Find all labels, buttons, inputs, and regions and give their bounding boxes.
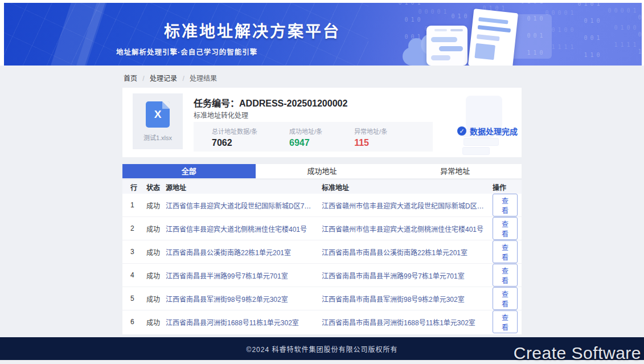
table-row: 1 成功 江西省信丰县迎宾大道北段世纪国际新城D区7栋28号 江西省赣州市信丰县… xyxy=(122,194,522,217)
source-address: 江西省南昌县半洲路99号7栋1单元701室 xyxy=(166,271,322,280)
breadcrumb-home[interactable]: 首页 xyxy=(124,75,137,83)
copyright-text: ©2024 科睿特软件集团股份有限公司版权所有 xyxy=(247,344,398,354)
table-header-row: 行 状态 源地址 标准地址 操作 xyxy=(122,180,522,194)
view-button[interactable]: 查看 xyxy=(493,264,518,287)
chat-window-illustration xyxy=(426,26,467,66)
stat-total: 总计地址数据/条 7062 xyxy=(212,126,257,152)
view-button[interactable]: 查看 xyxy=(493,240,518,263)
task-number-label: 任务编号： xyxy=(194,99,239,108)
uploaded-file-tile: X 测试1.xlsx xyxy=(133,93,183,149)
table-row: 3 成功 江西省南昌县公溪街南路22栋1单元201室 江西省南昌市南昌县公溪街南… xyxy=(122,240,522,264)
header-standard-col: 标准地址 xyxy=(322,182,493,192)
row-index: 6 xyxy=(130,318,146,326)
source-address: 江西省南昌县军洲街98号9栋2单元302室 xyxy=(166,294,322,304)
chat-bubble-decoration xyxy=(439,46,463,51)
stat-error-value: 115 xyxy=(354,138,387,148)
view-button[interactable]: 查看 xyxy=(493,194,518,216)
row-index: 4 xyxy=(130,271,146,279)
table-row: 2 成功 江西省信丰县迎宾大道北侧桃洲佳住宅楼401号 江西省赣州市信丰县迎宾大… xyxy=(122,217,522,240)
table-row: 5 成功 江西省南昌县军洲街98号9栋2单元302室 江西省南昌市南昌县军洲街9… xyxy=(122,287,522,310)
row-status: 成功 xyxy=(146,317,166,327)
breadcrumb: 首页 / 处理记录 / 处理结果 xyxy=(122,66,522,88)
task-number: 任务编号：ADDRESS-202501200002 xyxy=(194,96,347,109)
stat-success-label: 成功地址/条 xyxy=(289,126,322,136)
row-status: 成功 xyxy=(146,271,166,280)
file-name: 测试1.xlsx xyxy=(143,133,172,142)
tab-all[interactable]: 全部 xyxy=(122,164,256,178)
chat-bubble-decoration xyxy=(431,55,450,60)
results-table: 行 状态 源地址 标准地址 操作 1 成功 江西省信丰县迎宾大道北段世纪国际新城… xyxy=(122,180,522,334)
stat-error-label: 异常地址/条 xyxy=(354,126,387,136)
header-source-col: 源地址 xyxy=(166,182,322,192)
row-status: 成功 xyxy=(146,224,166,234)
source-address: 江西省南昌县河洲街1688号11栋1单元302室 xyxy=(166,317,322,327)
breadcrumb-separator: / xyxy=(182,75,184,83)
row-index: 3 xyxy=(130,248,146,256)
view-button[interactable]: 查看 xyxy=(493,310,518,333)
standard-address: 江西省南昌市南昌县公溪街南路22栋1单元201室 xyxy=(322,247,493,257)
stat-total-label: 总计地址数据/条 xyxy=(212,126,257,136)
result-tabs: 全部 成功地址 异常地址 xyxy=(122,164,522,178)
main-content: 首页 / 处理记录 / 处理结果 X 测试1.xlsx 任务编号：ADDRESS… xyxy=(0,66,644,337)
stats-panel: 总计地址数据/条 7062 成功地址/条 6947 异常地址/条 115 xyxy=(194,122,433,152)
source-address: 江西省信丰县迎宾大道北段世纪国际新城D区7栋28号 xyxy=(166,201,322,210)
breadcrumb-records[interactable]: 处理记录 xyxy=(150,75,177,83)
check-circle-icon: ✓ xyxy=(457,126,466,136)
card-background-decoration xyxy=(462,96,511,153)
processing-status-label: 数据处理完成 xyxy=(470,125,518,137)
table-row: 4 成功 江西省南昌县半洲路99号7栋1单元701室 江西省南昌市南昌县半洲路9… xyxy=(122,264,522,287)
table-row: 6 成功 江西省南昌县河洲街1688号11栋1单元302室 江西省南昌市南昌县河… xyxy=(122,310,522,333)
view-button[interactable]: 查看 xyxy=(493,287,518,310)
row-status: 成功 xyxy=(146,201,166,210)
standard-address: 江西省南昌市南昌县军洲街98号9栋2单元302室 xyxy=(322,294,493,304)
row-index: 2 xyxy=(130,224,146,232)
tab-success-addresses[interactable]: 成功地址 xyxy=(256,164,389,178)
view-button[interactable]: 查看 xyxy=(493,217,518,240)
header-row-col: 行 xyxy=(130,182,146,192)
standard-address: 江西省南昌市南昌县河洲街1688号11栋1单元302室 xyxy=(322,317,493,327)
page-subtitle: 地址解析处理引擎·会自己学习的智能引擎 xyxy=(116,46,257,57)
binary-rain-decoration xyxy=(630,3,642,66)
task-summary-card: X 测试1.xlsx 任务编号：ADDRESS-202501200002 标准地… xyxy=(122,88,522,157)
standard-address: 江西省赣州市信丰县迎宾大道北侧桃洲佳住宅楼401号 xyxy=(322,224,493,234)
document-line-decoration xyxy=(477,34,500,41)
standard-address: 江西省南昌市南昌县半洲路99号7栋1单元701室 xyxy=(322,271,493,280)
stat-success-value: 6947 xyxy=(289,138,322,148)
header-banner: 标准地址解决方案平台 地址解析处理引擎·会自己学习的智能引擎 xyxy=(4,3,642,66)
breadcrumb-result: 处理结果 xyxy=(190,75,217,83)
standard-address: 江西省赣州市信丰县迎宾大道北段世纪国际新城D区7栋28号 xyxy=(322,201,493,210)
stat-error: 异常地址/条 115 xyxy=(354,126,387,152)
header-action-col: 操作 xyxy=(493,182,514,192)
row-index: 1 xyxy=(130,201,146,209)
chat-bubble-decoration xyxy=(431,37,457,42)
stat-total-value: 7062 xyxy=(212,138,257,148)
excel-file-letter: X xyxy=(154,108,162,121)
task-number-value: ADDRESS-202501200002 xyxy=(239,99,347,108)
task-type: 标准地址转化处理 xyxy=(194,110,248,120)
breadcrumb-separator: / xyxy=(142,75,144,83)
page-title: 标准地址解决方案平台 xyxy=(164,19,341,42)
server-icon xyxy=(462,147,490,155)
tab-error-addresses[interactable]: 异常地址 xyxy=(388,164,522,178)
document-illustration xyxy=(468,9,518,66)
header-status-col: 状态 xyxy=(146,182,166,192)
processing-status: ✓ 数据处理完成 xyxy=(457,125,518,137)
stat-success: 成功地址/条 6947 xyxy=(289,126,322,152)
excel-file-icon: X xyxy=(146,101,170,128)
server-icon xyxy=(463,138,499,146)
row-status: 成功 xyxy=(146,294,166,304)
document-line-decoration xyxy=(478,17,508,24)
document-line-decoration xyxy=(478,25,511,32)
source-address: 江西省南昌县公溪街南路22栋1单元201室 xyxy=(166,247,322,257)
row-index: 5 xyxy=(130,295,146,302)
source-address: 江西省信丰县迎宾大道北侧桃洲佳住宅楼401号 xyxy=(166,224,322,234)
row-status: 成功 xyxy=(146,247,166,257)
create-software-watermark: Create Software xyxy=(514,343,641,363)
document-block-decoration xyxy=(474,43,495,60)
binary-rain-decoration xyxy=(576,3,601,66)
